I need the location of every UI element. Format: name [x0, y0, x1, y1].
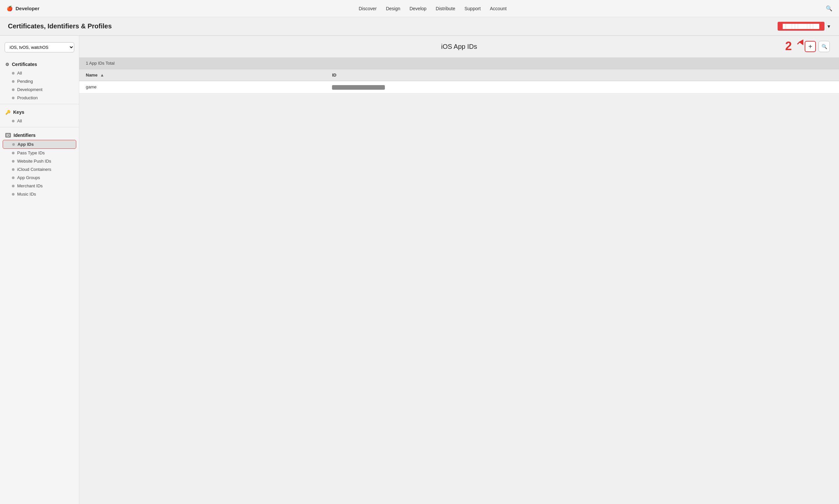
dot-icon: [12, 185, 15, 187]
annotation-arrow-svg: 2: [784, 38, 803, 54]
app-id-cell: [326, 81, 839, 93]
app-groups-label: App Groups: [17, 175, 40, 180]
header-actions: ████████████ ▼: [777, 22, 831, 31]
main-layout: iOS, tvOS, watchOS macOS tvOS watchOS ⚙ …: [0, 36, 839, 504]
content-title-wrapper: iOS App IDs: [274, 43, 645, 51]
identifiers-header: ID Identifiers: [0, 131, 79, 140]
sidebar-section-keys: 🔑 Keys All: [0, 106, 79, 127]
table-header: Name ▲ ID: [79, 69, 839, 81]
dot-icon: [12, 80, 15, 83]
search-icon[interactable]: 🔍: [826, 5, 833, 12]
sidebar-item-cert-production[interactable]: Production: [0, 94, 79, 102]
dot-icon: [12, 72, 15, 74]
nav-account[interactable]: Account: [490, 6, 507, 11]
sidebar-section-certificates: ⚙ Certificates All Pending Development P…: [0, 58, 79, 104]
icloud-containers-label: iCloud Containers: [17, 167, 51, 172]
table-row[interactable]: game: [79, 81, 839, 93]
platform-select[interactable]: iOS, tvOS, watchOS macOS tvOS watchOS: [5, 42, 74, 52]
dot-icon: [12, 168, 15, 171]
nav-search[interactable]: 🔍: [826, 5, 833, 12]
certificates-header: ⚙ Certificates: [0, 60, 79, 69]
sidebar-item-cert-development[interactable]: Development: [0, 86, 79, 94]
identifiers-icon: ID: [5, 133, 11, 138]
certificates-icon: ⚙: [5, 62, 9, 67]
sidebar-item-pass-type-ids[interactable]: Pass Type IDs: [0, 149, 79, 157]
add-app-id-button[interactable]: +: [805, 41, 816, 52]
apple-icon: 🍎: [6, 6, 13, 12]
id-redacted-value: [332, 85, 385, 90]
sidebar-item-cert-pending[interactable]: Pending: [0, 77, 79, 86]
dot-icon: [12, 120, 15, 122]
music-ids-label: Music IDs: [17, 192, 36, 197]
sidebar-item-keys-all[interactable]: All: [0, 117, 79, 125]
dot-icon: [12, 177, 15, 179]
content-actions: 2 + 🔍: [645, 41, 830, 52]
platform-dropdown[interactable]: iOS, tvOS, watchOS macOS tvOS watchOS: [5, 42, 74, 52]
dot-icon: [12, 152, 15, 155]
svg-text:2: 2: [785, 39, 792, 53]
dot-icon: [12, 97, 15, 99]
keys-header: 🔑 Keys: [0, 108, 79, 117]
dot-icon: [12, 193, 15, 196]
page-header: Certificates, Identifiers & Profiles ███…: [0, 17, 839, 36]
keys-label: Keys: [13, 109, 24, 115]
column-name-label: Name: [86, 73, 98, 77]
sort-arrow-icon: ▲: [100, 73, 104, 77]
page-title: Certificates, Identifiers & Profiles: [8, 22, 112, 30]
sidebar-item-app-groups[interactable]: App Groups: [0, 174, 79, 182]
cert-development-label: Development: [17, 87, 42, 92]
certificates-label: Certificates: [12, 62, 37, 67]
dot-icon: [12, 160, 15, 163]
dot-icon: [12, 143, 15, 146]
sidebar-item-app-ids[interactable]: App IDs: [3, 140, 76, 149]
sidebar-item-website-push-ids[interactable]: Website Push IDs: [0, 157, 79, 165]
cert-production-label: Production: [17, 95, 38, 100]
app-ids-table: Name ▲ ID game: [79, 69, 839, 93]
column-name[interactable]: Name ▲: [79, 69, 326, 81]
sidebar: iOS, tvOS, watchOS macOS tvOS watchOS ⚙ …: [0, 36, 79, 504]
keys-all-label: All: [17, 119, 22, 123]
content-area: iOS App IDs 2 + 🔍: [79, 36, 839, 504]
column-id-label: ID: [332, 73, 336, 77]
top-navigation: 🍎 Developer Discover Design Develop Dist…: [0, 0, 839, 17]
cert-all-label: All: [17, 71, 22, 75]
team-selector-button[interactable]: ████████████: [777, 22, 825, 31]
sidebar-item-icloud-containers[interactable]: iCloud Containers: [0, 165, 79, 174]
column-id[interactable]: ID: [326, 69, 839, 81]
app-ids-label: App IDs: [17, 142, 34, 147]
app-name-cell: game: [79, 81, 326, 93]
content-header: iOS App IDs 2 + 🔍: [79, 36, 839, 57]
sidebar-section-identifiers: ID Identifiers App IDs Pass Type IDs Web…: [0, 129, 79, 200]
sidebar-item-cert-all[interactable]: All: [0, 69, 79, 77]
team-dropdown-arrow[interactable]: ▼: [826, 24, 831, 29]
table-summary: 1 App IDs Total: [79, 57, 839, 69]
identifiers-label: Identifiers: [14, 132, 36, 138]
content-title: iOS App IDs: [441, 43, 477, 50]
merchant-ids-label: Merchant IDs: [17, 183, 42, 188]
sidebar-item-music-ids[interactable]: Music IDs: [0, 190, 79, 198]
website-push-ids-label: Website Push IDs: [17, 159, 51, 164]
dot-icon: [12, 88, 15, 91]
table-body: game: [79, 81, 839, 93]
keys-icon: 🔑: [5, 110, 11, 115]
pass-type-ids-label: Pass Type IDs: [17, 150, 45, 155]
table-header-row: Name ▲ ID: [79, 69, 839, 81]
nav-links: Discover Design Develop Distribute Suppo…: [50, 6, 815, 11]
cert-pending-label: Pending: [17, 79, 33, 84]
nav-discover[interactable]: Discover: [359, 6, 377, 11]
brand-name: Developer: [16, 6, 40, 11]
nav-develop[interactable]: Develop: [409, 6, 426, 11]
brand-logo: 🍎 Developer: [6, 6, 40, 12]
nav-design[interactable]: Design: [386, 6, 400, 11]
nav-support[interactable]: Support: [465, 6, 480, 11]
sidebar-item-merchant-ids[interactable]: Merchant IDs: [0, 182, 79, 190]
nav-distribute[interactable]: Distribute: [436, 6, 455, 11]
